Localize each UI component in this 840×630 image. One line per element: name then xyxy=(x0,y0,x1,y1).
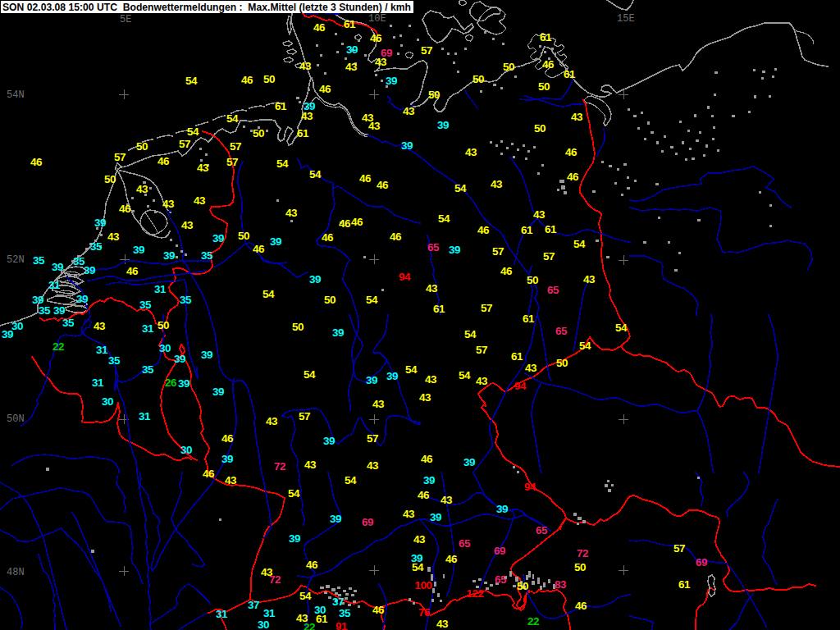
svg-text:43: 43 xyxy=(413,533,426,546)
svg-text:72: 72 xyxy=(577,547,588,559)
svg-text:22: 22 xyxy=(52,340,64,353)
svg-text:39: 39 xyxy=(366,374,377,386)
svg-text:43: 43 xyxy=(225,474,237,486)
svg-text:43: 43 xyxy=(403,508,415,520)
svg-text:57: 57 xyxy=(492,245,504,258)
svg-text:50: 50 xyxy=(324,294,336,306)
svg-text:39: 39 xyxy=(309,273,321,285)
svg-text:54: 54 xyxy=(438,212,450,225)
svg-text:43: 43 xyxy=(304,459,317,471)
svg-text:43: 43 xyxy=(465,146,477,158)
svg-text:46: 46 xyxy=(203,468,215,480)
svg-text:39: 39 xyxy=(52,261,63,273)
svg-text:39: 39 xyxy=(84,264,95,276)
svg-text:39: 39 xyxy=(212,232,224,244)
svg-text:94: 94 xyxy=(514,380,527,392)
svg-text:39: 39 xyxy=(323,435,335,447)
svg-text:65: 65 xyxy=(555,325,568,337)
svg-text:39: 39 xyxy=(178,377,189,390)
svg-text:61: 61 xyxy=(564,68,576,80)
svg-text:35: 35 xyxy=(180,294,192,306)
svg-text:46: 46 xyxy=(253,243,265,255)
svg-text:91: 91 xyxy=(336,620,348,630)
svg-text:46: 46 xyxy=(221,432,234,445)
svg-text:100: 100 xyxy=(414,579,431,591)
svg-text:61: 61 xyxy=(433,303,445,315)
svg-text:31: 31 xyxy=(263,607,276,619)
svg-text:61: 61 xyxy=(678,578,691,591)
svg-text:30: 30 xyxy=(11,320,23,332)
svg-text:43: 43 xyxy=(367,459,379,472)
svg-text:65: 65 xyxy=(536,524,548,536)
svg-text:15E: 15E xyxy=(617,13,635,25)
svg-text:43: 43 xyxy=(181,219,194,231)
svg-text:57: 57 xyxy=(543,250,555,262)
svg-text:39: 39 xyxy=(386,370,398,382)
svg-text:43: 43 xyxy=(525,362,537,374)
svg-text:69: 69 xyxy=(494,545,505,557)
svg-text:50: 50 xyxy=(574,561,586,573)
svg-text:69: 69 xyxy=(362,516,373,528)
svg-text:50: 50 xyxy=(292,321,304,333)
svg-text:43: 43 xyxy=(583,273,596,285)
svg-text:57: 57 xyxy=(114,151,126,163)
svg-text:54N: 54N xyxy=(7,89,25,101)
svg-text:35: 35 xyxy=(108,354,121,367)
svg-text:65: 65 xyxy=(427,241,440,253)
svg-text:43: 43 xyxy=(441,494,453,506)
svg-text:61: 61 xyxy=(540,31,552,43)
svg-text:43: 43 xyxy=(162,198,175,210)
svg-text:31: 31 xyxy=(142,322,154,335)
svg-text:43: 43 xyxy=(107,231,120,243)
svg-text:43: 43 xyxy=(197,162,209,174)
svg-text:46: 46 xyxy=(500,265,513,277)
svg-text:57: 57 xyxy=(226,156,238,168)
svg-text:54: 54 xyxy=(345,474,357,486)
svg-text:39: 39 xyxy=(346,43,358,56)
svg-text:39: 39 xyxy=(221,453,233,465)
svg-text:43: 43 xyxy=(301,110,313,122)
svg-text:57: 57 xyxy=(476,344,487,356)
svg-text:61: 61 xyxy=(545,223,557,235)
svg-text:94: 94 xyxy=(524,481,536,493)
svg-text:31: 31 xyxy=(92,377,104,389)
svg-text:43: 43 xyxy=(194,194,206,207)
svg-text:83: 83 xyxy=(555,578,567,591)
svg-text:43: 43 xyxy=(299,60,312,72)
svg-text:52N: 52N xyxy=(7,254,25,266)
svg-text:46: 46 xyxy=(565,146,578,158)
svg-text:54: 54 xyxy=(262,288,275,300)
svg-text:46: 46 xyxy=(322,231,334,244)
svg-text:54: 54 xyxy=(185,75,198,87)
svg-text:54: 54 xyxy=(309,168,322,180)
svg-text:5E: 5E xyxy=(120,14,131,25)
svg-text:46: 46 xyxy=(126,265,139,277)
svg-text:46: 46 xyxy=(241,74,253,86)
svg-text:50: 50 xyxy=(527,274,538,286)
svg-text:46: 46 xyxy=(30,156,43,168)
svg-text:54: 54 xyxy=(226,112,239,125)
svg-text:50: 50 xyxy=(253,127,264,139)
svg-text:39: 39 xyxy=(386,75,397,87)
svg-text:39: 39 xyxy=(201,349,212,361)
svg-text:54: 54 xyxy=(459,369,471,381)
svg-text:61: 61 xyxy=(521,224,533,236)
svg-text:94: 94 xyxy=(399,271,411,283)
svg-text:46: 46 xyxy=(359,172,372,185)
svg-text:76: 76 xyxy=(418,606,431,619)
svg-text:43: 43 xyxy=(476,375,488,387)
svg-text:30: 30 xyxy=(159,342,171,354)
svg-text:57: 57 xyxy=(179,138,190,150)
svg-text:65: 65 xyxy=(495,573,507,586)
svg-text:50: 50 xyxy=(556,357,568,369)
svg-text:48N: 48N xyxy=(7,567,25,578)
svg-text:50: 50 xyxy=(238,230,249,242)
svg-text:46: 46 xyxy=(542,58,555,71)
svg-text:39: 39 xyxy=(289,532,300,545)
svg-text:57: 57 xyxy=(299,410,310,422)
svg-text:46: 46 xyxy=(306,559,318,571)
svg-text:43: 43 xyxy=(436,618,449,630)
svg-text:39: 39 xyxy=(133,244,144,256)
svg-text:39: 39 xyxy=(270,235,281,248)
svg-text:39: 39 xyxy=(430,511,441,523)
